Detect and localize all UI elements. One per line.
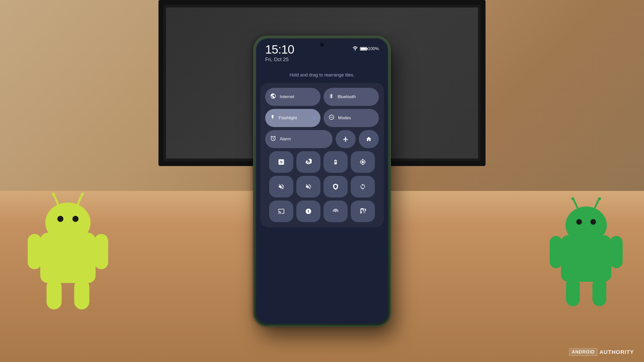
status-icons: 100%: [352, 44, 379, 52]
bluetooth-icon: [329, 93, 334, 101]
svg-point-5: [52, 193, 55, 196]
internet-icon: ?: [270, 93, 276, 101]
tile-internet[interactable]: ? Internet: [265, 88, 320, 106]
tile-home[interactable]: [359, 130, 379, 148]
watermark-publication: AUTHORITY: [599, 349, 634, 355]
tile-alarm[interactable]: Alarm: [265, 130, 333, 148]
svg-rect-8: [28, 234, 42, 269]
svg-line-16: [574, 199, 577, 208]
svg-line-18: [595, 199, 599, 208]
tile-cast[interactable]: [269, 200, 293, 222]
svg-line-4: [54, 195, 58, 204]
phone-screen: 15:10 Fri, Oct 25: [256, 38, 388, 324]
drag-handle-dot: [313, 117, 315, 119]
tiles-row-4: [265, 151, 379, 173]
phone-wrapper: 15:10 Fri, Oct 25: [254, 36, 390, 326]
svg-rect-11: [74, 279, 89, 309]
svg-point-1: [45, 203, 91, 243]
tile-battery-saver[interactable]: [324, 151, 348, 173]
watermark: ANDROID AUTHORITY: [569, 348, 634, 356]
tile-modes-label: Modes: [338, 115, 351, 120]
tile-internet-label: Internet: [280, 94, 294, 99]
time-display: 15:10: [265, 44, 294, 56]
hint-text: Hold and drag to rearrange tiles.: [256, 62, 388, 83]
tile-hotspot[interactable]: [324, 200, 348, 222]
svg-rect-20: [550, 236, 562, 268]
tile-alarm-label: Alarm: [280, 137, 291, 142]
tile-rotate[interactable]: [296, 151, 320, 173]
tile-no-sound[interactable]: [296, 176, 320, 197]
battery-pct: 100%: [368, 46, 379, 51]
svg-rect-21: [610, 236, 623, 268]
svg-text:?: ?: [273, 95, 274, 97]
svg-rect-9: [94, 234, 108, 269]
tiles-panel: ? Internet Bluetooth: [260, 83, 384, 227]
phone-body: 15:10 Fri, Oct 25: [254, 36, 390, 326]
tiles-row-2: Flashlight Modes: [265, 109, 379, 127]
tile-nfc[interactable]: [269, 151, 293, 173]
tile-airplane[interactable]: [336, 130, 356, 148]
svg-point-7: [81, 193, 84, 196]
modes-icon: [329, 114, 335, 122]
tiles-row-5: [265, 176, 379, 197]
android-right-figurine: [548, 195, 624, 317]
tiles-row-3: Alarm: [265, 130, 379, 148]
tile-sync[interactable]: [351, 176, 375, 197]
tile-focus[interactable]: [351, 151, 375, 173]
svg-point-15: [590, 219, 596, 225]
tiles-row-1: ? Internet Bluetooth: [265, 88, 379, 106]
battery-bar: [360, 47, 367, 51]
wifi-icon: [352, 46, 358, 52]
watermark-brand: ANDROID: [569, 348, 597, 356]
tile-modes[interactable]: Modes: [324, 109, 379, 127]
svg-rect-23: [592, 278, 606, 306]
scene: 15:10 Fri, Oct 25: [0, 0, 644, 362]
svg-point-17: [571, 197, 574, 200]
svg-point-24: [355, 50, 356, 51]
battery-icon-block: 100%: [360, 46, 379, 51]
tile-vpn[interactable]: [324, 176, 348, 197]
tile-bluetooth-label: Bluetooth: [338, 94, 356, 99]
flashlight-icon: [270, 114, 275, 122]
android-left-figurine: [25, 190, 111, 317]
time-date-block: 15:10 Fri, Oct 25: [265, 44, 294, 62]
alarm-icon: [270, 135, 276, 143]
watermark-brand-text: ANDROID: [572, 349, 595, 354]
svg-point-14: [576, 219, 582, 225]
svg-point-3: [72, 216, 78, 222]
date-display: Fri, Oct 25: [265, 57, 294, 62]
svg-rect-22: [566, 278, 580, 306]
svg-rect-10: [47, 279, 62, 309]
tile-qr[interactable]: [351, 200, 375, 222]
battery-fill: [361, 48, 366, 50]
tile-mute[interactable]: [269, 176, 293, 197]
tile-bluetooth[interactable]: Bluetooth: [324, 88, 379, 106]
tile-flashlight[interactable]: Flashlight: [265, 109, 320, 127]
tile-data-saver[interactable]: [296, 200, 320, 222]
status-bar: 15:10 Fri, Oct 25: [256, 38, 388, 62]
svg-line-6: [78, 195, 82, 204]
svg-point-2: [57, 216, 63, 222]
svg-point-13: [566, 207, 607, 244]
tiles-row-6: [265, 200, 379, 222]
svg-point-19: [598, 197, 601, 200]
tile-flashlight-label: Flashlight: [279, 115, 297, 120]
